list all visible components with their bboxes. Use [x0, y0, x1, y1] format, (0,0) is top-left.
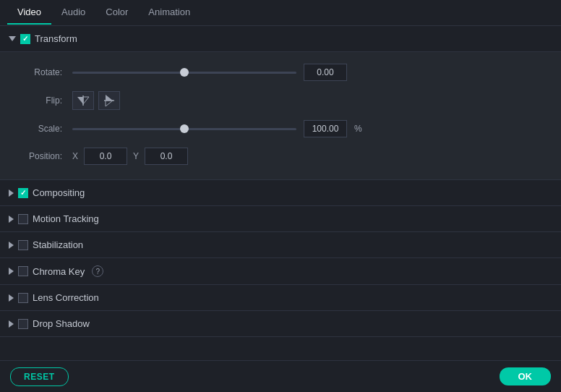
scale-row: Scale: 100.00 %	[14, 120, 547, 137]
flip-row: Flip:	[14, 91, 547, 110]
compositing-arrow-icon	[9, 189, 14, 197]
tab-video[interactable]: Video	[7, 1, 51, 25]
rotate-slider[interactable]	[72, 72, 296, 74]
reset-button[interactable]: RESET	[10, 367, 69, 386]
transform-checkbox[interactable]	[20, 34, 30, 44]
motion-tracking-label: Motion Tracking	[33, 213, 99, 224]
footer: RESET OK	[0, 360, 561, 392]
lens-correction-arrow-icon	[9, 294, 14, 302]
motion-tracking-section-header[interactable]: Motion Tracking	[0, 206, 561, 232]
rotate-slider-container: 0.00	[72, 64, 347, 81]
y-label: Y	[133, 151, 139, 161]
lens-correction-label: Lens Correction	[33, 292, 99, 303]
position-inputs: X Y	[72, 148, 188, 165]
x-label: X	[72, 151, 78, 161]
motion-tracking-checkbox[interactable]	[18, 214, 28, 224]
scale-label: Scale:	[14, 124, 72, 134]
x-input[interactable]	[84, 148, 127, 165]
flip-buttons	[72, 91, 120, 110]
stabilization-section-header[interactable]: Stabilization	[0, 232, 561, 258]
flip-label: Flip:	[14, 95, 72, 106]
stabilization-checkbox[interactable]	[18, 240, 28, 250]
tab-bar: Video Audio Color Animation	[0, 0, 561, 26]
drop-shadow-section-header[interactable]: Drop Shadow	[0, 311, 561, 337]
transform-section-header[interactable]: Transform	[0, 26, 561, 52]
scale-slider-container: 100.00 %	[72, 120, 362, 137]
transform-section-body: Rotate: 0.00 Flip:	[0, 52, 561, 180]
ok-button[interactable]: OK	[500, 367, 552, 385]
chroma-key-label: Chroma Key	[33, 266, 85, 277]
scale-value[interactable]: 100.00	[304, 120, 347, 137]
chroma-key-section-header[interactable]: Chroma Key ?	[0, 258, 561, 285]
transform-arrow-icon	[9, 36, 16, 41]
tab-color[interactable]: Color	[95, 1, 138, 25]
compositing-checkbox[interactable]	[18, 188, 28, 198]
flip-vertical-button[interactable]	[98, 91, 120, 110]
scale-slider[interactable]	[72, 128, 296, 130]
svg-marker-3	[106, 95, 113, 101]
rotate-label: Rotate:	[14, 67, 72, 77]
stabilization-arrow-icon	[9, 242, 14, 249]
scale-unit: %	[354, 124, 362, 134]
compositing-section-header[interactable]: Compositing	[0, 180, 561, 206]
chroma-key-help-icon[interactable]: ?	[92, 265, 103, 277]
chroma-key-arrow-icon	[9, 268, 14, 275]
svg-marker-5	[106, 101, 113, 106]
chroma-key-checkbox[interactable]	[18, 266, 28, 276]
tab-audio[interactable]: Audio	[51, 1, 95, 25]
motion-tracking-arrow-icon	[9, 216, 14, 223]
svg-marker-0	[77, 97, 83, 104]
y-input[interactable]	[145, 148, 188, 165]
flip-horizontal-button[interactable]	[72, 91, 94, 110]
content-area: Transform Rotate: 0.00 Flip:	[0, 26, 561, 360]
drop-shadow-label: Drop Shadow	[33, 318, 90, 329]
drop-shadow-arrow-icon	[9, 320, 14, 328]
rotate-row: Rotate: 0.00	[14, 64, 547, 81]
compositing-label: Compositing	[33, 187, 85, 198]
transform-label: Transform	[35, 33, 77, 44]
position-label: Position:	[14, 151, 72, 161]
rotate-value[interactable]: 0.00	[304, 64, 347, 81]
position-row: Position: X Y	[14, 148, 547, 165]
lens-correction-checkbox[interactable]	[18, 293, 28, 303]
lens-correction-section-header[interactable]: Lens Correction	[0, 285, 561, 311]
stabilization-label: Stabilization	[33, 239, 83, 250]
drop-shadow-checkbox[interactable]	[18, 319, 28, 329]
svg-marker-2	[83, 97, 89, 104]
tab-animation[interactable]: Animation	[138, 1, 200, 25]
